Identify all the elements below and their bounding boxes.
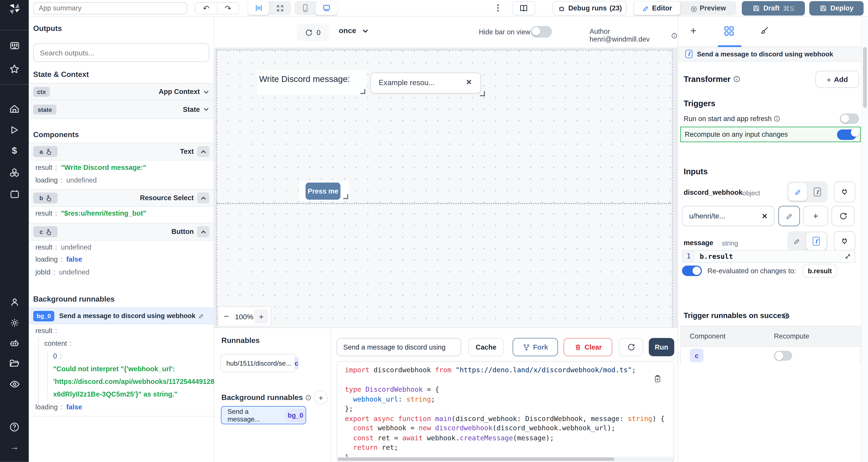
recompute-toggle[interactable]: [837, 129, 856, 139]
scrollbar-thumb[interactable]: [863, 47, 867, 108]
sidebar-item-variables[interactable]: $: [0, 144, 29, 158]
static-mode-button[interactable]: [787, 237, 806, 245]
runnable-item-hub[interactable]: hub/1511/discord/se... c: [220, 354, 296, 372]
cache-button[interactable]: Cache: [468, 338, 504, 356]
more-options-icon[interactable]: ⋮: [494, 3, 502, 13]
reevaluate-toggle[interactable]: [682, 265, 702, 276]
desktop-view-icon[interactable]: [315, 1, 338, 15]
eval-mode-button[interactable]: f: [807, 188, 828, 196]
sidebar-item-workers[interactable]: [0, 336, 29, 350]
help-icon[interactable]: [0, 421, 29, 434]
sidebar-item-settings[interactable]: [0, 316, 29, 329]
app-summary-input[interactable]: [33, 2, 187, 14]
pencil-icon: [198, 313, 204, 319]
reevaluate-label: Re-evaluated on changes to:: [708, 267, 796, 275]
eval-mode-button[interactable]: f: [806, 232, 827, 250]
fork-button[interactable]: Fork: [513, 338, 558, 356]
add-bg-runnable-button[interactable]: +: [314, 391, 328, 404]
expand-editor-icon[interactable]: [844, 253, 851, 260]
output-row-state[interactable]: state State: [29, 100, 214, 119]
text-component-value: Write Discord message:: [259, 74, 350, 84]
code-editor[interactable]: import discordwebhook from "https://deno…: [337, 361, 674, 462]
fullscreen-icon[interactable]: [269, 4, 291, 12]
reevaluate-dep-chip[interactable]: b.result: [803, 264, 837, 278]
clear-button[interactable]: Clear: [564, 338, 612, 356]
center-canvas-icon[interactable]: [248, 1, 269, 15]
scrollbar-thumb[interactable]: [338, 457, 615, 461]
clear-resource-icon[interactable]: ×: [466, 77, 472, 88]
sidebar-item-runs[interactable]: [0, 123, 29, 136]
redo-icon[interactable]: ↷: [217, 4, 239, 13]
sidebar-item-apps[interactable]: [0, 39, 29, 52]
sidebar-item-home[interactable]: [0, 102, 29, 116]
output-row-ctx[interactable]: ctx App Context: [29, 83, 214, 101]
sidebar-item-folders[interactable]: [0, 357, 29, 370]
collapse-c-button[interactable]: [197, 226, 209, 237]
component-settings-tab[interactable]: [723, 26, 735, 37]
mobile-view-icon[interactable]: [294, 4, 316, 12]
component-row-a[interactable]: a Text: [29, 143, 214, 160]
search-outputs-input[interactable]: [33, 43, 209, 62]
refresh-code-button[interactable]: [619, 338, 643, 356]
bg-runnable-row[interactable]: bg_0 Send a message to discord using web…: [29, 307, 214, 324]
rail-divider: [0, 84, 29, 85]
press-me-button[interactable]: Press me: [306, 183, 341, 200]
component-a-badge: a: [33, 146, 58, 157]
canvas-component-button[interactable]: Press me: [299, 182, 349, 201]
resize-handle[interactable]: [361, 89, 366, 94]
expand-rail-icon[interactable]: →: [0, 440, 29, 454]
canvas-component-resource-select[interactable]: Example resou... ×: [370, 72, 481, 94]
resize-handle[interactable]: [343, 194, 348, 199]
recompute-c-toggle[interactable]: [774, 351, 792, 361]
component-c-type: Button: [172, 228, 194, 236]
table-header: Component Recompute: [681, 327, 860, 347]
resize-handle[interactable]: [480, 91, 485, 96]
tab-editor[interactable]: Editor: [634, 2, 680, 15]
css-theme-tab[interactable]: [759, 26, 769, 36]
sidebar-item-favorites[interactable]: [0, 62, 29, 76]
component-row-c[interactable]: c Button: [29, 223, 214, 240]
sidebar-item-schedules[interactable]: [0, 187, 29, 200]
trigger-success-title: Trigger runnables on success: [684, 311, 789, 320]
run-on-start-toggle[interactable]: [840, 113, 859, 124]
resource-value-field[interactable]: u/henri/te... ×: [682, 206, 774, 226]
run-button[interactable]: Run: [649, 338, 674, 356]
add-transformer-button[interactable]: + Add: [815, 71, 859, 88]
docs-button[interactable]: [512, 1, 535, 16]
refresh-count-button[interactable]: 0: [297, 24, 329, 41]
tab-preview[interactable]: ◎ Preview: [680, 4, 736, 12]
edit-resource-button[interactable]: [778, 206, 800, 226]
zoom-in-button[interactable]: +: [254, 309, 269, 324]
app-canvas[interactable]: Write Discord message: Example resou... …: [216, 50, 673, 329]
collapse-a-button[interactable]: [197, 146, 209, 157]
debug-runs-button[interactable]: Debug runs (23): [553, 1, 627, 16]
canvas-component-text[interactable]: Write Discord message:: [257, 70, 367, 95]
schedule-dropdown[interactable]: once: [339, 27, 368, 35]
sidebar-item-audit-logs[interactable]: [0, 377, 29, 391]
function-icon: f: [814, 188, 821, 196]
connect-input-button[interactable]: [834, 231, 855, 251]
refresh-resources-button[interactable]: [831, 206, 855, 226]
sidebar-item-resources[interactable]: [0, 166, 29, 179]
deploy-button[interactable]: Deploy: [809, 1, 864, 16]
zoom-out-button[interactable]: −: [219, 311, 234, 322]
insert-component-tab[interactable]: +: [690, 25, 696, 37]
collapse-b-button[interactable]: [197, 193, 209, 204]
components-title: Components: [33, 131, 79, 139]
script-name-input[interactable]: [337, 338, 461, 356]
windmill-logo-icon: [0, 2, 29, 15]
chevron-up-icon: [200, 148, 206, 155]
create-resource-button[interactable]: +: [803, 206, 828, 226]
hide-bar-toggle[interactable]: [531, 26, 552, 38]
static-mode-button[interactable]: [788, 183, 807, 201]
sidebar-item-users[interactable]: [0, 295, 29, 308]
clear-resource-icon[interactable]: ×: [762, 211, 767, 221]
copilot-copy-icon[interactable]: [653, 374, 661, 383]
undo-icon[interactable]: ↶: [195, 4, 217, 13]
component-row-b[interactable]: b Resource Select: [29, 189, 214, 207]
bg-runnable-item-selected[interactable]: Send a message... bg_0: [221, 406, 306, 424]
draft-button[interactable]: Draft ⌘S: [742, 1, 805, 16]
error-line: x6dRlyIl2z1Be-3QC5m25'}" as string.": [53, 391, 178, 398]
eval-expression-editor[interactable]: 1 b.result: [682, 250, 855, 263]
connect-input-button[interactable]: [834, 182, 855, 203]
